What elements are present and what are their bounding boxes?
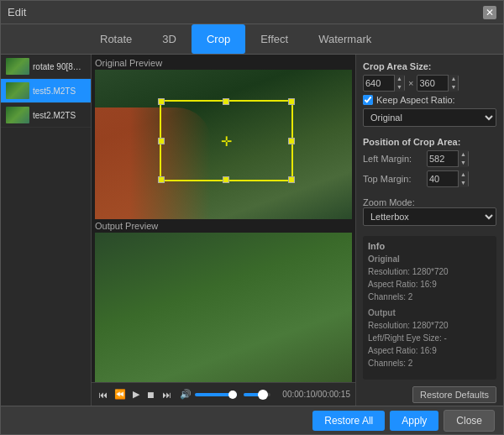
play-button[interactable]: ▶ — [131, 389, 141, 400]
original-group-title: Original — [368, 254, 491, 264]
output-preview-video — [95, 233, 352, 382]
original-preview-label: Original Preview — [95, 58, 352, 68]
file-item[interactable]: rotate 90[89]... — [1, 55, 91, 79]
crop-handle-tr[interactable] — [288, 98, 295, 105]
zoom-select[interactable]: Letterbox — [363, 207, 496, 226]
top-margin-down[interactable]: ▼ — [459, 179, 468, 187]
crop-handle-br[interactable] — [288, 176, 295, 183]
crop-height-input-group[interactable]: ▲ ▼ — [417, 75, 459, 92]
crop-handle-mr[interactable] — [288, 138, 295, 144]
crop-width-input[interactable] — [364, 78, 394, 88]
crop-height-input[interactable] — [417, 78, 448, 88]
left-margin-row: Left Margin: ▲ ▼ — [363, 150, 496, 167]
position-title: Position of Crop Area: — [363, 137, 496, 147]
time-display: 00:00:10/00:00:15 — [282, 390, 350, 399]
crop-width-input-group[interactable]: ▲ ▼ — [363, 75, 405, 92]
top-margin-up[interactable]: ▲ — [459, 170, 468, 179]
left-margin-label: Left Margin: — [363, 154, 423, 164]
top-margin-label: Top Margin: — [363, 174, 423, 184]
zoom-mode-row: Zoom Mode: — [363, 197, 496, 207]
output-aspect: Aspect Ratio: 16:9 — [368, 344, 491, 357]
top-margin-arrows: ▲ ▼ — [458, 170, 468, 187]
bottom-bar: Restore All Apply Close — [1, 406, 503, 434]
crop-area-size-section: Crop Area Size: ▲ ▼ × ▲ ▼ — [363, 61, 496, 130]
restore-defaults-button[interactable]: Restore Defaults — [412, 386, 496, 403]
right-panel: Crop Area Size: ▲ ▼ × ▲ ▼ — [355, 55, 503, 406]
edit-window: Edit ✕ Rotate 3D Crop Effect Watermark r… — [0, 0, 504, 435]
stop-button[interactable]: ⏹ — [144, 390, 157, 400]
crop-area-size-title: Crop Area Size: — [363, 61, 496, 71]
tab-rotate[interactable]: Rotate — [85, 24, 147, 54]
volume-slider[interactable] — [195, 393, 237, 396]
file-name: test5.M2TS — [33, 86, 76, 96]
tab-watermark[interactable]: Watermark — [303, 24, 386, 54]
original-preview-video: ✛ — [95, 70, 352, 219]
step-back-button[interactable]: ⏪ — [113, 389, 128, 400]
original-channels: Channels: 2 — [368, 291, 491, 303]
skip-end-button[interactable]: ⏭ — [160, 390, 173, 400]
info-title: Info — [368, 241, 491, 251]
output-preview-label: Output Preview — [95, 221, 352, 231]
keep-aspect-label: Keep Aspect Ratio: — [376, 95, 455, 105]
info-section: Info Original Resolution: 1280*720 Aspec… — [363, 236, 496, 380]
restore-all-button[interactable]: Restore All — [312, 411, 385, 431]
left-margin-down[interactable]: ▼ — [459, 159, 468, 167]
preview-wrapper: Original Preview — [92, 55, 355, 382]
tab-crop[interactable]: Crop — [192, 24, 245, 54]
window-title: Edit — [8, 6, 483, 18]
crop-width-down[interactable]: ▼ — [395, 83, 404, 92]
output-eye: Left/Right Eye Size: - — [368, 332, 491, 344]
aspect-select-row: Original — [363, 108, 496, 127]
tab-3d[interactable]: 3D — [147, 24, 192, 54]
zoom-mode-section: Zoom Mode: Letterbox — [363, 197, 496, 229]
original-aspect: Aspect Ratio: 16:9 — [368, 278, 491, 291]
tab-effect[interactable]: Effect — [245, 24, 303, 54]
original-resolution: Resolution: 1280*720 — [368, 265, 491, 278]
left-margin-input-group[interactable]: ▲ ▼ — [427, 150, 469, 167]
progress-thumb — [258, 390, 268, 400]
crop-height-down[interactable]: ▼ — [449, 83, 458, 92]
output-group-title: Output — [368, 308, 491, 317]
progress-bar[interactable] — [244, 393, 270, 396]
keep-aspect-row: Keep Aspect Ratio: — [363, 95, 496, 105]
crop-width-up[interactable]: ▲ — [395, 75, 404, 83]
volume-thumb — [228, 390, 237, 399]
left-margin-input[interactable] — [428, 154, 458, 164]
top-margin-input-group[interactable]: ▲ ▼ — [427, 170, 469, 187]
keep-aspect-checkbox[interactable] — [363, 95, 373, 105]
center-panel: Original Preview — [92, 55, 355, 406]
file-thumbnail — [6, 82, 29, 99]
file-item[interactable]: test5.M2TS — [1, 79, 91, 103]
main-content: rotate 90[89]... test5.M2TS test2.M2TS O — [1, 55, 503, 406]
volume-icon: 🔊 — [180, 389, 192, 400]
aspect-select[interactable]: Original — [363, 108, 496, 127]
zoom-select-row: Letterbox — [363, 207, 496, 226]
file-thumbnail — [6, 58, 29, 75]
crop-crosshair: ✛ — [221, 133, 232, 149]
skip-start-button[interactable]: ⏮ — [97, 390, 109, 400]
output-channels: Channels: 2 — [368, 357, 491, 369]
size-separator: × — [408, 78, 413, 88]
top-margin-input[interactable] — [428, 174, 458, 184]
crop-width-arrows: ▲ ▼ — [394, 75, 404, 92]
file-name: rotate 90[89]... — [33, 62, 86, 71]
crop-handle-bm[interactable] — [223, 176, 229, 183]
left-margin-up[interactable]: ▲ — [459, 150, 468, 159]
file-thumbnail — [6, 107, 29, 123]
crop-handle-bl[interactable] — [158, 176, 165, 183]
original-preview-block: Original Preview — [95, 58, 352, 219]
original-info-group: Original Resolution: 1280*720 Aspect Rat… — [368, 254, 491, 303]
output-info-group: Output Resolution: 1280*720 Left/Right E… — [368, 308, 491, 369]
crop-handle-tm[interactable] — [223, 98, 229, 105]
tab-bar: Rotate 3D Crop Effect Watermark — [1, 24, 503, 55]
close-button[interactable]: Close — [444, 410, 495, 432]
file-item[interactable]: test2.M2TS — [1, 103, 91, 128]
crop-height-arrows: ▲ ▼ — [448, 75, 458, 92]
close-window-button[interactable]: ✕ — [483, 6, 496, 19]
output-bg — [95, 233, 352, 382]
crop-box[interactable]: ✛ — [160, 100, 293, 182]
crop-height-up[interactable]: ▲ — [449, 75, 458, 83]
crop-handle-ml[interactable] — [158, 138, 165, 144]
crop-handle-tl[interactable] — [158, 98, 165, 105]
apply-button[interactable]: Apply — [390, 411, 438, 431]
